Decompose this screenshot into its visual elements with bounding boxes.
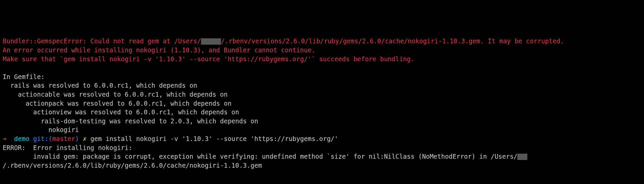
gemfile-line-3: actionpack was resolved to 6.0.0.rc1, wh… — [3, 100, 231, 107]
error-line-1: Bundler::GemspecError: Could not read ge… — [3, 37, 564, 45]
install-error-line-1: ERROR: Error installing nokogiri: — [3, 144, 132, 151]
prompt-line[interactable]: ➜ demo git:(master) ✗ gem install nokogi… — [3, 135, 338, 142]
gemfile-header: In Gemfile: — [3, 73, 45, 80]
gemfile-line-4: actionview was resolved to 6.0.0.rc1, wh… — [3, 108, 239, 116]
command-input[interactable]: gem install nokogiri -v '1.10.3' --sourc… — [90, 135, 338, 142]
dirty-icon: ✗ — [83, 135, 86, 142]
redacted-user — [201, 38, 221, 45]
arrow-icon: ➜ — [3, 135, 6, 142]
error-line-3: Make sure that `gem install nokogiri -v … — [3, 55, 414, 63]
terminal-output: Bundler::GemspecError: Could not read ge… — [3, 37, 641, 170]
git-branch: master — [52, 135, 75, 142]
git-close: ) — [75, 135, 79, 142]
error-line-2: An error occurred while installing nokog… — [3, 46, 315, 54]
install-error-line-2: invalid gem: package is corrupt, excepti… — [3, 153, 527, 169]
gemfile-line-1: rails was resolved to 6.0.0.rc1, which d… — [3, 82, 197, 89]
redacted-user-2 — [517, 154, 527, 160]
prompt-dir: demo — [14, 135, 29, 142]
gemfile-line-5: rails-dom-testing was resolved to 2.0.3,… — [3, 117, 258, 125]
gemfile-line-6: nokogiri — [3, 126, 79, 133]
git-label: git:( — [33, 135, 52, 142]
gemfile-line-2: actioncable was resolved to 6.0.0.rc1, w… — [3, 91, 228, 98]
